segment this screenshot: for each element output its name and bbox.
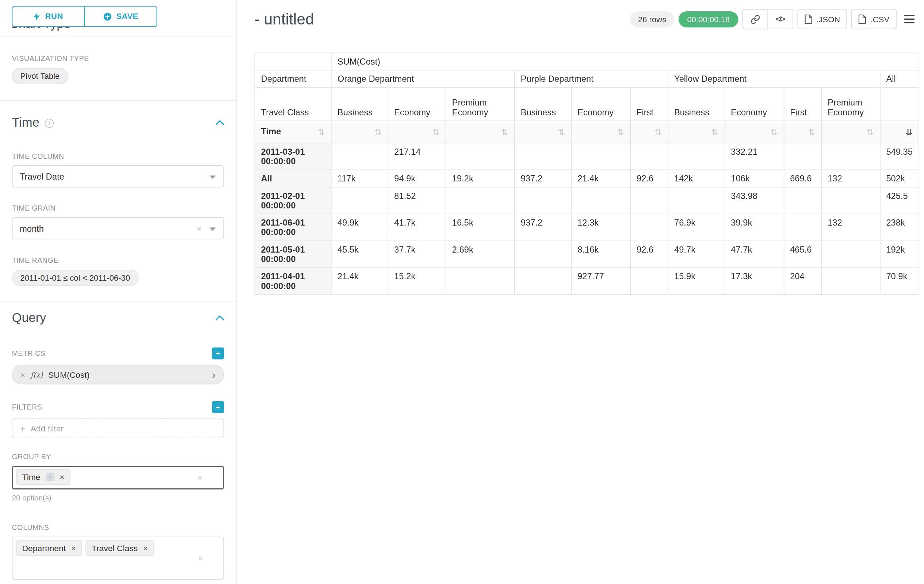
value-cell: 132 <box>822 170 880 187</box>
sort-cell[interactable]: ⇅ <box>515 121 571 143</box>
group-header-cell: Orange Department <box>331 70 515 87</box>
tag-label: Time <box>22 472 41 482</box>
sort-icon[interactable]: ⇅ <box>318 127 325 138</box>
function-icon: ƒ(x) <box>31 370 43 379</box>
remove-tag-icon[interactable]: × <box>59 472 64 482</box>
metric-chip[interactable]: × ƒ(x) SUM(Cost) › <box>12 365 224 384</box>
clear-icon[interactable]: × <box>198 553 203 563</box>
value-cell: 15.9k <box>668 268 724 295</box>
share-button-group: </> <box>742 9 793 30</box>
value-cell: 142k <box>668 170 724 187</box>
sort-icon[interactable]: ⇅ <box>808 127 815 138</box>
value-cell: 192k <box>880 241 919 268</box>
group-by-select[interactable]: Time i × × <box>12 466 224 489</box>
columns-tag[interactable]: Travel Class × <box>86 540 154 556</box>
column-header-cell: Business <box>331 87 388 121</box>
more-options-button[interactable] <box>901 12 919 27</box>
query-section-title: Query <box>12 310 46 324</box>
metric-label: SUM(Cost) <box>48 370 89 379</box>
value-cell <box>331 143 388 170</box>
add-filter-button[interactable]: + Add filter <box>12 418 224 438</box>
remove-tag-icon[interactable]: × <box>143 543 148 553</box>
export-csv-button[interactable]: .CSV <box>851 9 897 30</box>
chevron-up-icon[interactable] <box>216 120 224 125</box>
sort-icon[interactable]: ⇅ <box>711 127 718 138</box>
clear-icon[interactable]: × <box>196 224 201 234</box>
sort-cell[interactable]: ⇅ <box>630 121 668 143</box>
value-cell: 204 <box>784 268 822 295</box>
sort-cell[interactable]: ⇅ <box>331 121 388 143</box>
group-by-label: GROUP BY <box>12 452 224 461</box>
row-header-cell: 2011-05-01 00:00:00 <box>255 241 331 268</box>
value-cell: 17.3k <box>724 268 784 295</box>
value-cell <box>668 187 724 214</box>
sort-cell[interactable]: ⇅ <box>724 121 784 143</box>
value-cell: 425.5 <box>880 187 919 214</box>
row-header-cell: 2011-04-01 00:00:00 <box>255 268 331 295</box>
sort-cell[interactable]: ⇊ <box>880 121 919 143</box>
copy-link-button[interactable] <box>742 9 768 30</box>
sort-icon[interactable]: ⇅ <box>867 127 874 138</box>
sort-icon[interactable]: ⇅ <box>655 127 662 138</box>
time-section-header: Time i <box>12 115 224 130</box>
value-cell: 76.9k <box>668 214 724 241</box>
visualization-type-pill[interactable]: Pivot Table <box>12 68 68 84</box>
sort-icon[interactable]: ⇅ <box>771 127 777 138</box>
sort-icon[interactable]: ⇅ <box>501 127 508 138</box>
add-filter-plus-button[interactable]: + <box>212 401 224 413</box>
row-header-cell: 2011-02-01 00:00:00 <box>255 187 331 214</box>
sort-cell[interactable]: ⇅ <box>446 121 515 143</box>
clear-icon[interactable]: × <box>197 472 202 482</box>
chevron-up-icon[interactable] <box>216 315 224 321</box>
value-cell: 41.7k <box>388 214 446 241</box>
columns-select[interactable]: Department × Travel Class × × <box>12 536 224 580</box>
value-cell <box>515 241 571 268</box>
save-button-label: SAVE <box>116 12 138 21</box>
divider <box>0 301 236 301</box>
column-header-cell: Business <box>515 87 571 121</box>
value-cell: 106k <box>724 170 784 187</box>
value-cell <box>571 187 630 214</box>
value-cell <box>822 241 880 268</box>
remove-metric-icon[interactable]: × <box>20 370 25 379</box>
sort-cell[interactable]: ⇅ <box>388 121 446 143</box>
embed-code-button[interactable]: </> <box>767 9 793 30</box>
sort-cell[interactable]: ⇅ <box>822 121 880 143</box>
query-timer-badge: 00:00:00.18 <box>679 11 738 27</box>
value-cell <box>668 143 724 170</box>
value-cell <box>515 187 571 214</box>
value-cell: 15.2k <box>388 268 446 295</box>
info-icon: i <box>45 118 54 128</box>
time-range-pill[interactable]: 2011-01-01 ≤ col < 2011-06-30 <box>12 270 139 286</box>
file-icon <box>859 14 866 24</box>
sort-icon[interactable]: ⇅ <box>617 127 624 138</box>
divider <box>0 100 236 101</box>
save-button[interactable]: SAVE <box>84 6 157 26</box>
row-dimension-label: Time <box>261 127 281 136</box>
sort-icon[interactable]: ⇅ <box>375 127 382 138</box>
remove-tag-icon[interactable]: × <box>71 543 76 553</box>
sort-cell[interactable]: ⇅ <box>668 121 724 143</box>
time-grain-select[interactable]: month × <box>12 217 224 239</box>
columns-tag[interactable]: Department × <box>16 540 82 556</box>
value-cell <box>331 187 388 214</box>
sort-icon[interactable]: ⇅ <box>432 127 439 138</box>
time-column-select[interactable]: Travel Date <box>12 165 224 188</box>
table-row: All117k94.9k19.2k937.221.4k92.6142k106k6… <box>255 170 919 187</box>
add-metric-button[interactable]: + <box>212 347 224 360</box>
sort-icon[interactable]: ⇅ <box>558 127 565 138</box>
group-by-tag[interactable]: Time i × <box>16 469 70 485</box>
run-button[interactable]: RUN <box>12 6 85 26</box>
value-cell: 937.2 <box>515 170 571 187</box>
value-cell <box>822 268 880 295</box>
time-grain-value: month <box>20 224 44 233</box>
column-dimension-cell: Department <box>255 70 331 87</box>
value-cell: 92.6 <box>630 170 668 187</box>
export-json-button[interactable]: .JSON <box>797 9 847 30</box>
sort-cell[interactable]: ⇅ <box>784 121 822 143</box>
sort-cell[interactable]: ⇅ <box>571 121 630 143</box>
row-header-cell: All <box>255 170 331 187</box>
sort-desc-icon[interactable]: ⇊ <box>906 127 912 138</box>
value-cell: 19.2k <box>446 170 515 187</box>
row-header-cell: 2011-03-01 00:00:00 <box>255 143 331 170</box>
